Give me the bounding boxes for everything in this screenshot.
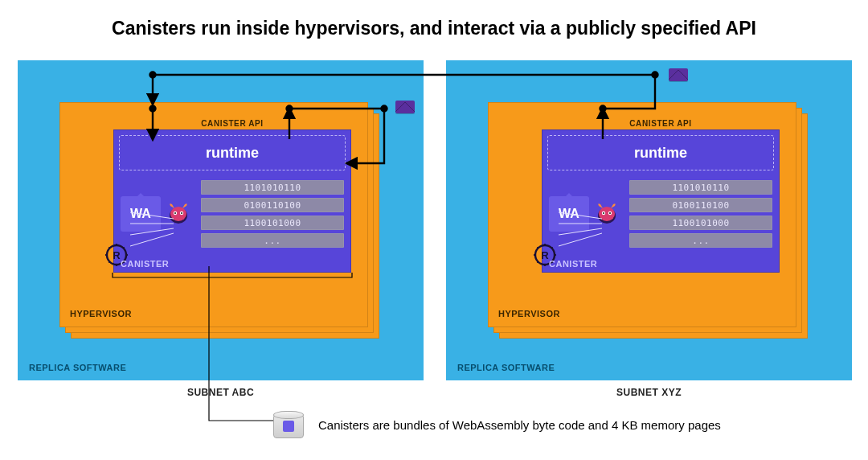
svg-line-29 <box>559 233 602 246</box>
svg-point-4 <box>174 212 176 214</box>
svg-point-35 <box>537 247 538 248</box>
hypervisor-card-front: HYPERVISOR CANISTER API runtime WA <box>59 102 368 327</box>
mail-icon <box>395 101 415 113</box>
replica-software-label: REPLICA SOFTWARE <box>29 363 126 372</box>
memory-row: 0100110100 <box>201 198 344 212</box>
hypervisor-stack: HYPERVISOR CANISTER API runtime WA <box>488 102 809 342</box>
memory-row: ... <box>201 233 344 248</box>
svg-point-1 <box>170 207 186 221</box>
svg-point-14 <box>126 254 129 257</box>
memory-row: ... <box>629 233 772 248</box>
canister-box: runtime WA <box>542 129 780 273</box>
memory-row: 1100101000 <box>629 216 772 230</box>
subnet-block-abc: REPLICA SOFTWARE HYPERVISOR CANISTER API… <box>18 60 424 380</box>
svg-point-13 <box>105 254 108 257</box>
svg-point-5 <box>181 212 182 214</box>
diagram-stage: REPLICA SOFTWARE HYPERVISOR CANISTER API… <box>0 51 868 429</box>
memory-row: 1101010110 <box>201 180 344 195</box>
svg-point-15 <box>108 247 110 248</box>
svg-point-11 <box>116 244 118 246</box>
footnote: Canisters are bundles of WebAssembly byt… <box>273 411 844 438</box>
svg-point-36 <box>551 247 553 248</box>
canister-label: CANISTER <box>549 259 597 269</box>
memory-row: 1101010110 <box>629 180 772 195</box>
memory-row: 1100101000 <box>201 216 344 230</box>
svg-point-32 <box>544 265 547 267</box>
mail-icon <box>669 68 688 81</box>
canister-api-label: CANISTER API <box>542 119 780 128</box>
page-title: Canisters run inside hypervisors, and in… <box>0 0 868 51</box>
webassembly-badge: WA <box>549 196 589 232</box>
canister-label: CANISTER <box>121 259 169 269</box>
subnet-block-xyz: REPLICA SOFTWARE HYPERVISOR CANISTER API… <box>446 60 852 380</box>
hypervisor-label: HYPERVISOR <box>70 309 132 318</box>
footnote-text: Canisters are bundles of WebAssembly byt… <box>318 418 721 432</box>
svg-point-17 <box>108 261 110 263</box>
svg-point-16 <box>123 247 125 248</box>
motoko-icon <box>594 201 620 227</box>
svg-point-31 <box>544 244 547 246</box>
storage-drum-icon <box>273 411 304 438</box>
replica-software-label: REPLICA SOFTWARE <box>457 363 555 372</box>
motoko-icon <box>166 201 191 227</box>
svg-point-33 <box>534 254 536 257</box>
svg-point-12 <box>116 265 118 267</box>
memory-pages: 1101010110 0100110100 1100101000 ... <box>629 180 772 248</box>
webassembly-badge: WA <box>121 196 161 232</box>
svg-point-24 <box>603 212 604 214</box>
svg-point-21 <box>599 207 615 221</box>
svg-point-25 <box>609 212 611 214</box>
subnet-name-xyz: SUBNET XYZ <box>446 387 852 398</box>
memory-row: 0100110100 <box>629 198 772 212</box>
subnet-name-abc: SUBNET ABC <box>18 387 424 398</box>
hypervisor-stack: HYPERVISOR CANISTER API runtime WA <box>59 102 381 342</box>
canister-api-label: CANISTER API <box>113 119 351 128</box>
svg-text:R: R <box>541 249 549 261</box>
svg-point-37 <box>537 261 538 263</box>
runtime-box: runtime <box>119 135 346 170</box>
svg-line-9 <box>130 233 174 246</box>
memory-pages: 1101010110 0100110100 1100101000 ... <box>201 180 344 248</box>
canister-box: runtime WA <box>113 129 351 273</box>
svg-point-34 <box>555 254 557 257</box>
svg-text:R: R <box>113 249 121 261</box>
hypervisor-label: HYPERVISOR <box>498 309 560 318</box>
runtime-box: runtime <box>547 135 774 170</box>
hypervisor-card-front: HYPERVISOR CANISTER API runtime WA <box>488 102 796 327</box>
